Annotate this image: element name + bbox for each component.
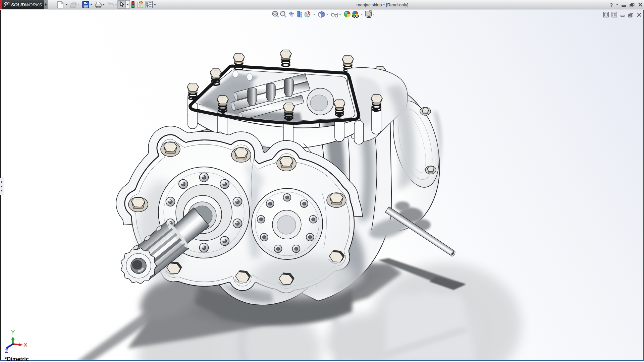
svg-text:SOLID: SOLID	[11, 2, 25, 7]
svg-text:?: ?	[610, 2, 613, 8]
svg-text:WORKS: WORKS	[25, 2, 42, 7]
